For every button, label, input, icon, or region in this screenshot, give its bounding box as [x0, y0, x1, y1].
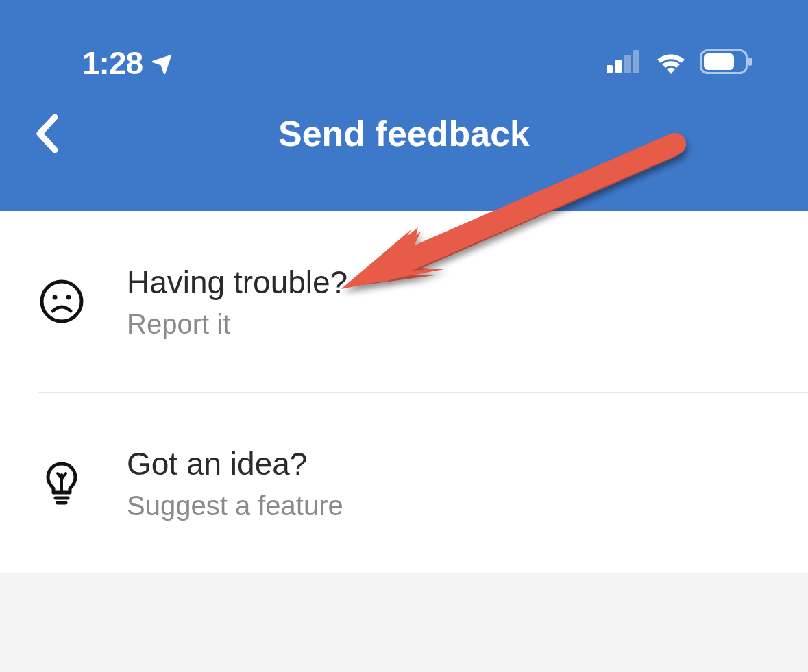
location-icon	[152, 49, 177, 77]
sad-face-icon	[38, 279, 86, 323]
status-bar: 1:28	[0, 0, 808, 82]
page-title: Send feedback	[278, 113, 530, 154]
suggest-feature-subtitle: Suggest a feature	[127, 490, 343, 521]
report-trouble-title: Having trouble?	[127, 264, 347, 301]
chevron-left-icon	[34, 113, 59, 154]
svg-rect-5	[704, 53, 734, 70]
lightbulb-icon	[38, 461, 86, 505]
status-right	[607, 49, 753, 77]
app-header: 1:28	[0, 0, 808, 211]
svg-rect-0	[607, 65, 613, 73]
svg-rect-1	[615, 60, 622, 73]
svg-point-8	[53, 295, 58, 300]
status-time: 1:28	[82, 45, 143, 82]
wifi-icon	[654, 49, 687, 77]
svg-point-9	[66, 295, 71, 300]
battery-icon	[700, 49, 753, 77]
svg-point-7	[42, 282, 82, 321]
svg-rect-3	[633, 50, 639, 73]
status-left: 1:28	[82, 45, 177, 82]
suggest-feature-item[interactable]: Got an idea? Suggest a feature	[38, 392, 808, 573]
report-trouble-text: Having trouble? Report it	[127, 264, 347, 340]
report-trouble-subtitle: Report it	[127, 309, 347, 340]
svg-rect-2	[624, 55, 631, 73]
back-button[interactable]	[26, 113, 67, 154]
report-trouble-item[interactable]: Having trouble? Report it	[0, 211, 808, 392]
suggest-feature-text: Got an idea? Suggest a feature	[127, 445, 343, 521]
nav-bar: Send feedback	[0, 82, 808, 185]
feedback-options: Having trouble? Report it Got an idea? S…	[0, 211, 808, 573]
suggest-feature-title: Got an idea?	[127, 445, 343, 482]
cellular-signal-icon	[607, 50, 642, 76]
footer-gap	[0, 573, 808, 672]
svg-rect-6	[748, 58, 752, 66]
